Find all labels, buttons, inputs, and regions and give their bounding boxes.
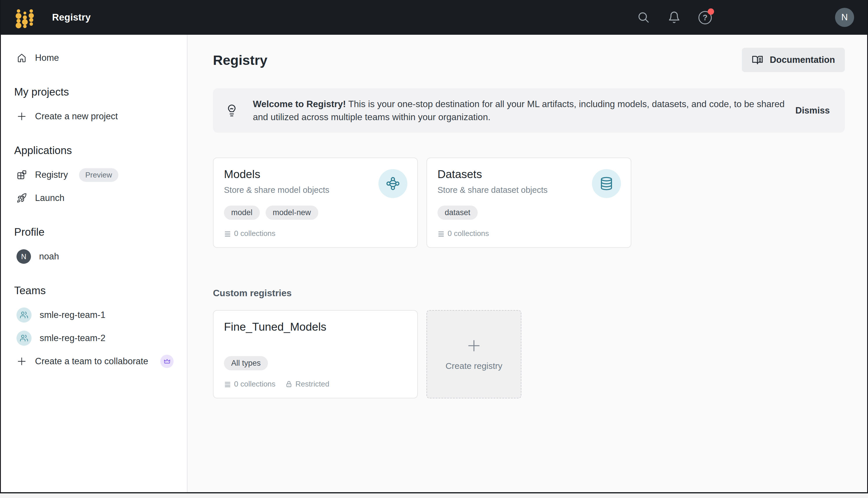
create-registry-button[interactable]: Create registry	[426, 310, 521, 398]
sidebar-section-my-projects: My projects	[1, 84, 187, 100]
collections-count: 0 collections	[224, 229, 275, 238]
sidebar-item-label: Launch	[35, 193, 65, 203]
window-bottom-gap	[0, 493, 868, 497]
plus-icon	[16, 356, 27, 367]
content-row: Home My projects Create a new project Ap…	[1, 35, 867, 492]
card-footer: 0 collections Restricted	[224, 380, 407, 389]
sidebar-section-teams: Teams	[1, 283, 187, 298]
card-subtitle: Store & share model objects	[224, 185, 407, 195]
tag-row: model model-new	[224, 206, 407, 220]
page-title: Registry	[213, 52, 267, 68]
sidebar-item-launch[interactable]: Launch	[1, 186, 187, 210]
book-open-icon	[752, 54, 763, 66]
plus-icon	[16, 111, 27, 122]
tag-row: All types	[224, 356, 407, 370]
tag: model-new	[266, 206, 318, 220]
wandb-logo-icon[interactable]	[14, 6, 34, 29]
custom-registries-heading: Custom registries	[213, 288, 845, 299]
sidebar-item-profile-noah[interactable]: N noah	[1, 245, 187, 268]
documentation-button[interactable]: Documentation	[742, 48, 845, 72]
card-footer: 0 collections	[437, 229, 621, 238]
main-header: Registry Documentation	[213, 48, 845, 73]
sidebar-item-create-project[interactable]: Create a new project	[1, 105, 187, 128]
collections-count: 0 collections	[437, 229, 489, 238]
rocket-icon	[16, 193, 27, 203]
sidebar-item-registry[interactable]: Registry Preview	[1, 163, 187, 186]
sidebar-item-label: Home	[35, 53, 59, 63]
collections-list-icon	[224, 230, 231, 237]
card-footer: 0 collections	[224, 229, 407, 238]
crown-icon	[163, 357, 171, 365]
datasets-registry-card[interactable]: Datasets Store & share dataset objects	[426, 158, 631, 248]
profile-avatar: N	[16, 249, 31, 264]
sidebar-item-label: Create a new project	[35, 111, 118, 122]
custom-registry-cards: Fine_Tuned_Models All types 0 collection…	[213, 310, 845, 398]
tag: dataset	[437, 206, 478, 220]
tag-row: dataset	[437, 206, 621, 220]
card-subtitle: Store & share dataset objects	[437, 185, 621, 195]
sidebar-section-applications: Applications	[1, 143, 187, 158]
sidebar-item-team-2[interactable]: smle-reg-team-2	[1, 327, 187, 350]
collections-list-icon	[224, 380, 231, 388]
card-title: Fine_Tuned_Models	[224, 320, 407, 333]
sidebar-item-label: Registry	[35, 170, 68, 180]
card-title: Models	[224, 168, 260, 181]
collections-label: 0 collections	[448, 229, 489, 238]
preview-badge: Preview	[79, 168, 118, 182]
registry-grid-icon	[16, 170, 27, 180]
sidebar: Home My projects Create a new project Ap…	[1, 35, 188, 492]
documentation-button-label: Documentation	[770, 55, 835, 65]
fine-tuned-models-card[interactable]: Fine_Tuned_Models All types 0 collection…	[213, 310, 418, 398]
core-registry-cards: Models Store & sh	[213, 158, 845, 248]
card-title: Datasets	[437, 168, 482, 181]
team-avatar	[16, 331, 31, 346]
models-registry-card[interactable]: Models Store & sh	[213, 158, 418, 248]
sidebar-item-label: noah	[39, 251, 59, 262]
sidebar-item-create-team[interactable]: Create a team to collaborate	[1, 350, 187, 373]
notifications-bell-icon[interactable]	[668, 11, 680, 24]
sidebar-section-profile: Profile	[1, 225, 187, 240]
collections-label: 0 collections	[234, 229, 275, 238]
dismiss-button[interactable]: Dismiss	[792, 103, 833, 119]
main-content: Registry Documentation Wel	[188, 35, 867, 492]
visibility-label: Restricted	[295, 380, 329, 389]
plus-icon	[466, 338, 482, 354]
lock-icon	[285, 380, 293, 388]
collections-count: 0 collections	[224, 380, 275, 389]
sidebar-item-home[interactable]: Home	[1, 46, 187, 69]
banner-text: Welcome to Registry! This is your one-st…	[253, 97, 792, 123]
sidebar-item-label: smle-reg-team-2	[40, 333, 105, 343]
app-window: Registry ? N	[0, 0, 868, 493]
top-navbar: Registry ? N	[1, 0, 867, 35]
collections-list-icon	[437, 230, 445, 237]
tag: model	[224, 206, 260, 220]
user-avatar[interactable]: N	[835, 8, 854, 27]
notification-red-dot	[708, 9, 714, 15]
sidebar-item-team-1[interactable]: smle-reg-team-1	[1, 303, 187, 327]
lightbulb-icon	[225, 104, 239, 117]
banner-text-bold: Welcome to Registry!	[253, 99, 346, 109]
visibility-status: Restricted	[285, 380, 329, 389]
help-icon[interactable]: ?	[699, 11, 711, 24]
tag: All types	[224, 356, 268, 370]
premium-crown-badge	[160, 355, 174, 368]
team-avatar	[16, 307, 31, 323]
sidebar-item-label: Create a team to collaborate	[35, 356, 148, 367]
users-icon	[20, 311, 28, 319]
create-registry-label: Create registry	[446, 361, 503, 371]
navbar-app-title: Registry	[52, 12, 91, 23]
search-icon[interactable]	[637, 11, 650, 24]
welcome-banner: Welcome to Registry! This is your one-st…	[213, 88, 845, 133]
sidebar-item-label: smle-reg-team-1	[40, 310, 105, 320]
users-icon	[20, 334, 28, 342]
navbar-icon-group: ?	[637, 11, 711, 24]
collections-label: 0 collections	[234, 380, 275, 389]
home-icon	[16, 53, 27, 63]
